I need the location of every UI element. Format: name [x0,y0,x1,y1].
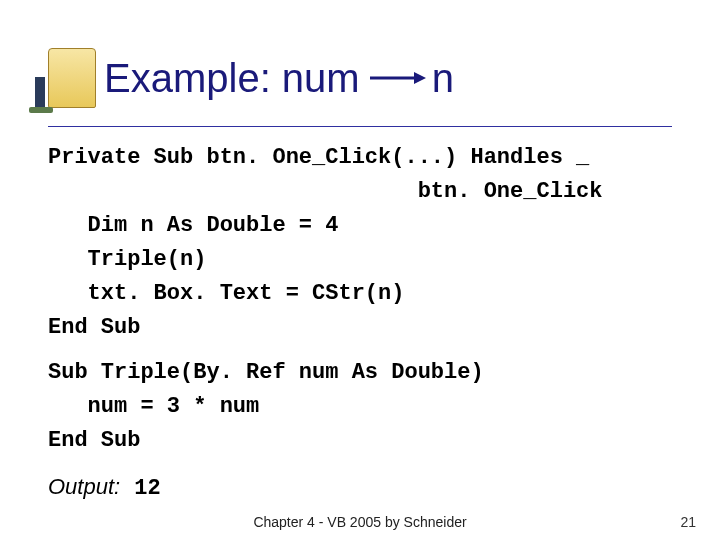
slide-title: Example: num n [104,56,454,101]
title-divider [48,126,672,127]
page-number: 21 [680,514,696,530]
title-suffix: n [432,56,454,101]
code-line: Sub Triple(By. Ref num As Double) [48,356,672,390]
code-block-1: Private Sub btn. One_Click(...) Handles … [0,141,720,346]
code-block-2: Sub Triple(By. Ref num As Double) num = … [0,356,720,458]
code-line: Triple(n) [48,243,672,277]
code-line: num = 3 * num [48,390,672,424]
code-spacer [0,346,720,356]
title-row: Example: num n [0,0,720,126]
code-line: btn. One_Click [48,175,672,209]
svg-marker-1 [414,72,426,84]
code-line: Private Sub btn. One_Click(...) Handles … [48,141,672,175]
output-label: Output: [48,474,120,499]
arrow-icon [366,68,426,88]
code-line: Dim n As Double = 4 [48,209,672,243]
footer-text: Chapter 4 - VB 2005 by Schneider [0,514,720,530]
title-prefix: Example: num [104,56,360,101]
output-row: Output: 12 [0,458,720,501]
code-line: txt. Box. Text = CStr(n) [48,277,672,311]
slide: Example: num n Private Sub btn. One_Clic… [0,0,720,540]
code-line: End Sub [48,424,672,458]
output-value: 12 [134,476,160,501]
code-line: End Sub [48,311,672,345]
bullet-icon [48,48,96,108]
